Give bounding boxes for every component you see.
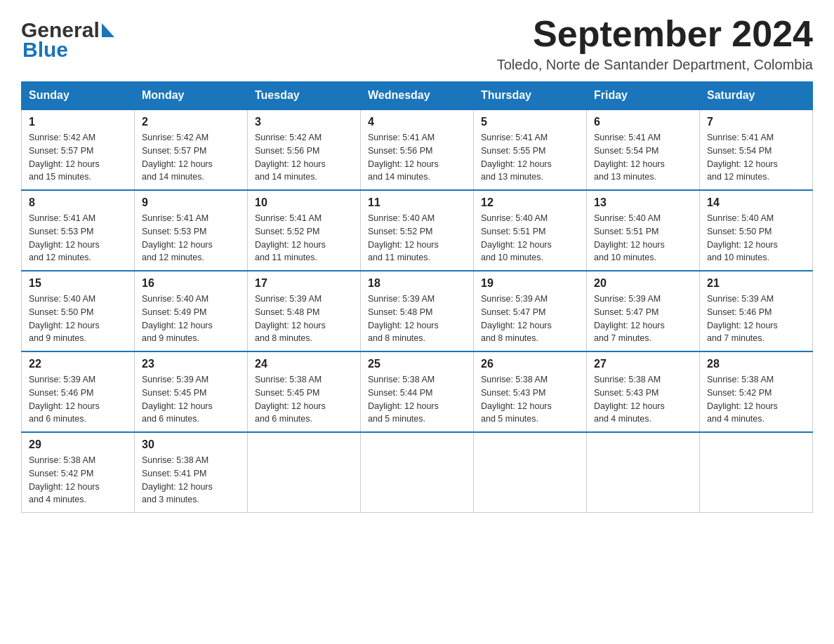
day-number: 14 bbox=[707, 196, 805, 209]
calendar-cell bbox=[474, 432, 587, 513]
calendar-cell: 15Sunrise: 5:40 AMSunset: 5:50 PMDayligh… bbox=[22, 271, 135, 351]
day-info: Sunrise: 5:41 AMSunset: 5:53 PMDaylight:… bbox=[142, 212, 240, 264]
day-info: Sunrise: 5:40 AMSunset: 5:51 PMDaylight:… bbox=[481, 212, 579, 264]
calendar-week-row: 29Sunrise: 5:38 AMSunset: 5:42 PMDayligh… bbox=[22, 432, 813, 513]
day-number: 23 bbox=[142, 358, 240, 370]
calendar-cell: 19Sunrise: 5:39 AMSunset: 5:47 PMDayligh… bbox=[474, 271, 587, 351]
day-number: 3 bbox=[255, 116, 353, 128]
day-number: 13 bbox=[594, 196, 692, 209]
weekday-header-sunday: Sunday bbox=[22, 82, 135, 110]
weekday-header-thursday: Thursday bbox=[474, 82, 587, 110]
day-number: 16 bbox=[142, 277, 240, 290]
day-number: 25 bbox=[368, 358, 466, 370]
day-info: Sunrise: 5:38 AMSunset: 5:44 PMDaylight:… bbox=[368, 373, 466, 426]
calendar-cell: 10Sunrise: 5:41 AMSunset: 5:52 PMDayligh… bbox=[248, 190, 361, 271]
calendar-cell: 1Sunrise: 5:42 AMSunset: 5:57 PMDaylight… bbox=[22, 109, 135, 190]
day-info: Sunrise: 5:41 AMSunset: 5:54 PMDaylight:… bbox=[594, 131, 692, 184]
calendar-week-row: 15Sunrise: 5:40 AMSunset: 5:50 PMDayligh… bbox=[22, 271, 813, 351]
day-number: 12 bbox=[481, 196, 579, 209]
logo: General Blue bbox=[21, 14, 117, 62]
page-title: September 2024 bbox=[497, 14, 813, 54]
calendar-cell: 29Sunrise: 5:38 AMSunset: 5:42 PMDayligh… bbox=[22, 432, 135, 513]
calendar-cell: 5Sunrise: 5:41 AMSunset: 5:55 PMDaylight… bbox=[474, 109, 587, 190]
calendar-cell: 30Sunrise: 5:38 AMSunset: 5:41 PMDayligh… bbox=[135, 432, 248, 513]
page-header: General Blue September 2024 Toledo, Nort… bbox=[21, 14, 813, 73]
calendar-cell: 24Sunrise: 5:38 AMSunset: 5:45 PMDayligh… bbox=[248, 351, 361, 432]
day-info: Sunrise: 5:42 AMSunset: 5:56 PMDaylight:… bbox=[255, 131, 353, 184]
day-info: Sunrise: 5:38 AMSunset: 5:45 PMDaylight:… bbox=[255, 373, 353, 426]
day-number: 26 bbox=[481, 358, 579, 370]
day-info: Sunrise: 5:39 AMSunset: 5:46 PMDaylight:… bbox=[29, 373, 127, 426]
day-number: 4 bbox=[368, 116, 466, 128]
day-number: 21 bbox=[707, 277, 805, 290]
day-info: Sunrise: 5:41 AMSunset: 5:54 PMDaylight:… bbox=[707, 131, 805, 184]
day-number: 19 bbox=[481, 277, 579, 290]
day-number: 11 bbox=[368, 196, 466, 209]
day-info: Sunrise: 5:41 AMSunset: 5:53 PMDaylight:… bbox=[29, 212, 127, 264]
day-number: 29 bbox=[29, 438, 127, 451]
day-info: Sunrise: 5:40 AMSunset: 5:51 PMDaylight:… bbox=[594, 212, 692, 264]
calendar-cell: 9Sunrise: 5:41 AMSunset: 5:53 PMDaylight… bbox=[135, 190, 248, 271]
day-info: Sunrise: 5:38 AMSunset: 5:42 PMDaylight:… bbox=[707, 373, 805, 426]
day-number: 30 bbox=[142, 438, 240, 451]
day-number: 24 bbox=[255, 358, 353, 370]
logo-arrow-icon bbox=[102, 23, 114, 37]
day-number: 6 bbox=[594, 116, 692, 128]
day-info: Sunrise: 5:39 AMSunset: 5:48 PMDaylight:… bbox=[255, 293, 353, 345]
calendar-week-row: 22Sunrise: 5:39 AMSunset: 5:46 PMDayligh… bbox=[22, 351, 813, 432]
day-info: Sunrise: 5:42 AMSunset: 5:57 PMDaylight:… bbox=[29, 131, 127, 184]
calendar-cell bbox=[700, 432, 813, 513]
day-info: Sunrise: 5:39 AMSunset: 5:45 PMDaylight:… bbox=[142, 373, 240, 426]
day-number: 9 bbox=[142, 196, 240, 209]
day-number: 10 bbox=[255, 196, 353, 209]
day-number: 18 bbox=[368, 277, 466, 290]
calendar-cell: 11Sunrise: 5:40 AMSunset: 5:52 PMDayligh… bbox=[361, 190, 474, 271]
day-info: Sunrise: 5:38 AMSunset: 5:43 PMDaylight:… bbox=[481, 373, 579, 426]
calendar-cell bbox=[587, 432, 700, 513]
calendar-cell: 21Sunrise: 5:39 AMSunset: 5:46 PMDayligh… bbox=[700, 271, 813, 351]
page-subtitle: Toledo, Norte de Santander Department, C… bbox=[497, 57, 813, 73]
day-info: Sunrise: 5:40 AMSunset: 5:50 PMDaylight:… bbox=[707, 212, 805, 264]
day-info: Sunrise: 5:39 AMSunset: 5:47 PMDaylight:… bbox=[594, 293, 692, 345]
weekday-header-friday: Friday bbox=[587, 82, 700, 110]
day-number: 15 bbox=[29, 277, 127, 290]
calendar-cell: 14Sunrise: 5:40 AMSunset: 5:50 PMDayligh… bbox=[700, 190, 813, 271]
day-number: 22 bbox=[29, 358, 127, 370]
day-info: Sunrise: 5:41 AMSunset: 5:56 PMDaylight:… bbox=[368, 131, 466, 184]
day-number: 1 bbox=[29, 116, 127, 128]
day-info: Sunrise: 5:39 AMSunset: 5:46 PMDaylight:… bbox=[707, 293, 805, 345]
calendar-cell: 16Sunrise: 5:40 AMSunset: 5:49 PMDayligh… bbox=[135, 271, 248, 351]
calendar-cell: 18Sunrise: 5:39 AMSunset: 5:48 PMDayligh… bbox=[361, 271, 474, 351]
logo-blue: Blue bbox=[21, 38, 117, 62]
calendar-cell bbox=[361, 432, 474, 513]
calendar-cell: 26Sunrise: 5:38 AMSunset: 5:43 PMDayligh… bbox=[474, 351, 587, 432]
calendar-cell: 28Sunrise: 5:38 AMSunset: 5:42 PMDayligh… bbox=[700, 351, 813, 432]
calendar-cell: 4Sunrise: 5:41 AMSunset: 5:56 PMDaylight… bbox=[361, 109, 474, 190]
day-number: 28 bbox=[707, 358, 805, 370]
calendar-cell: 17Sunrise: 5:39 AMSunset: 5:48 PMDayligh… bbox=[248, 271, 361, 351]
day-info: Sunrise: 5:39 AMSunset: 5:47 PMDaylight:… bbox=[481, 293, 579, 345]
day-number: 5 bbox=[481, 116, 579, 128]
day-number: 20 bbox=[594, 277, 692, 290]
day-number: 17 bbox=[255, 277, 353, 290]
calendar-cell: 2Sunrise: 5:42 AMSunset: 5:57 PMDaylight… bbox=[135, 109, 248, 190]
day-info: Sunrise: 5:42 AMSunset: 5:57 PMDaylight:… bbox=[142, 131, 240, 184]
calendar-cell: 8Sunrise: 5:41 AMSunset: 5:53 PMDaylight… bbox=[22, 190, 135, 271]
weekday-header-saturday: Saturday bbox=[700, 82, 813, 110]
calendar-week-row: 1Sunrise: 5:42 AMSunset: 5:57 PMDaylight… bbox=[22, 109, 813, 190]
calendar-cell: 25Sunrise: 5:38 AMSunset: 5:44 PMDayligh… bbox=[361, 351, 474, 432]
calendar-week-row: 8Sunrise: 5:41 AMSunset: 5:53 PMDaylight… bbox=[22, 190, 813, 271]
calendar-cell: 7Sunrise: 5:41 AMSunset: 5:54 PMDaylight… bbox=[700, 109, 813, 190]
calendar-cell: 20Sunrise: 5:39 AMSunset: 5:47 PMDayligh… bbox=[587, 271, 700, 351]
calendar-cell bbox=[248, 432, 361, 513]
calendar-header-row: SundayMondayTuesdayWednesdayThursdayFrid… bbox=[22, 82, 813, 110]
day-info: Sunrise: 5:40 AMSunset: 5:49 PMDaylight:… bbox=[142, 293, 240, 345]
day-number: 2 bbox=[142, 116, 240, 128]
calendar-cell: 27Sunrise: 5:38 AMSunset: 5:43 PMDayligh… bbox=[587, 351, 700, 432]
calendar-cell: 13Sunrise: 5:40 AMSunset: 5:51 PMDayligh… bbox=[587, 190, 700, 271]
calendar-cell: 22Sunrise: 5:39 AMSunset: 5:46 PMDayligh… bbox=[22, 351, 135, 432]
weekday-header-wednesday: Wednesday bbox=[361, 82, 474, 110]
day-info: Sunrise: 5:40 AMSunset: 5:52 PMDaylight:… bbox=[368, 212, 466, 264]
title-block: September 2024 Toledo, Norte de Santande… bbox=[497, 14, 813, 73]
day-info: Sunrise: 5:39 AMSunset: 5:48 PMDaylight:… bbox=[368, 293, 466, 345]
